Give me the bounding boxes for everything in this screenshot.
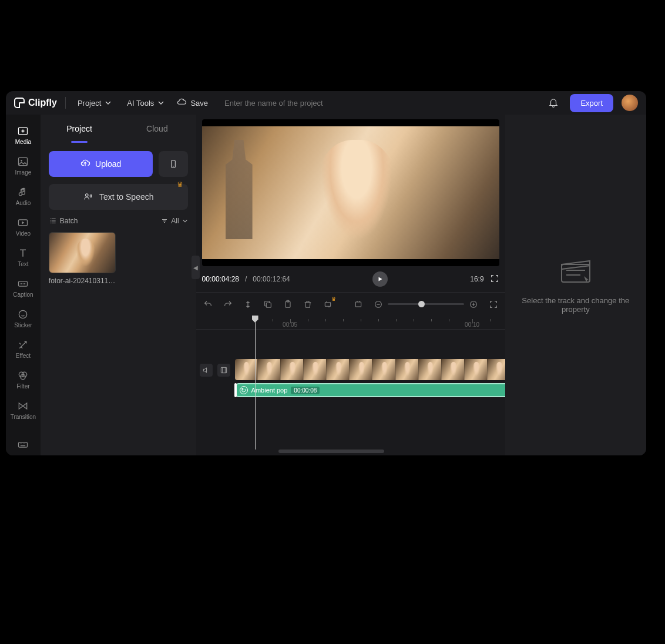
effect-icon [17, 339, 29, 351]
current-time: 00:00:04:28 [202, 275, 239, 283]
fit-button[interactable] [489, 300, 498, 309]
copy-button[interactable] [263, 300, 273, 309]
nav-sticker[interactable]: Sticker [6, 304, 41, 333]
undo-button[interactable] [203, 300, 213, 309]
save-button[interactable]: Save [176, 98, 208, 108]
cloud-icon [176, 98, 187, 108]
zoom-slider[interactable] [374, 300, 478, 309]
audio-clip-time: 00:00:08 [291, 387, 320, 394]
keyboard-icon [17, 439, 29, 451]
tab-cloud[interactable]: Cloud [118, 115, 196, 143]
nav-media[interactable]: Media [6, 120, 41, 150]
svg-point-11 [173, 166, 173, 166]
media-grid: fotor-ai-2024103114... [49, 232, 188, 285]
paste-icon [283, 300, 293, 309]
svg-point-2 [21, 160, 23, 162]
plus-circle-icon [469, 300, 478, 309]
filter-icon [17, 370, 29, 381]
tts-icon [83, 192, 93, 202]
play-button[interactable] [372, 271, 388, 287]
playhead[interactable] [255, 316, 256, 450]
marker-button[interactable] [354, 300, 363, 309]
video-clip[interactable] [235, 359, 505, 380]
speaker-icon [202, 366, 210, 374]
hide-track-button[interactable] [217, 364, 230, 377]
nav-effect[interactable]: Effect [6, 334, 41, 364]
svg-rect-4 [19, 281, 28, 286]
video-preview[interactable] [202, 119, 499, 266]
chevron-down-icon [105, 99, 112, 106]
crop-button[interactable]: ♛ [323, 300, 332, 309]
time-separator: / [245, 275, 247, 283]
upload-button[interactable]: Upload [49, 151, 153, 177]
sticker-icon [17, 308, 29, 320]
nav-text[interactable]: Text [6, 243, 41, 272]
tab-project[interactable]: Project [41, 115, 118, 143]
media-item[interactable]: fotor-ai-2024103114... [49, 232, 116, 285]
zoom-thumb[interactable] [418, 301, 425, 307]
fullscreen-button[interactable] [490, 274, 499, 285]
caption-icon [17, 278, 29, 290]
svg-rect-17 [355, 302, 361, 307]
timeline[interactable]: 00:05 00:10 [196, 316, 505, 455]
timeline-ruler[interactable]: 00:05 00:10 [196, 316, 505, 330]
phone-icon [169, 159, 178, 169]
timeline-toolbar: ♛ [196, 292, 505, 316]
properties-panel: Select the track and change the property [505, 115, 646, 455]
svg-rect-13 [266, 303, 271, 307]
app-window: Clipfly Project AI Tools Save Export [6, 91, 646, 455]
brand-logo[interactable]: Clipfly [14, 98, 57, 108]
svg-rect-20 [221, 367, 226, 373]
collapse-panel-button[interactable]: ◀ [192, 256, 200, 279]
zoom-track[interactable] [388, 303, 464, 305]
timeline-scrollbar[interactable] [278, 450, 384, 453]
project-name-field[interactable] [224, 98, 377, 108]
topbar: Clipfly Project AI Tools Save Export [6, 91, 646, 115]
nav-video[interactable]: Video [6, 212, 41, 242]
nav-transition[interactable]: Transition [6, 395, 41, 425]
nav-caption[interactable]: Caption [6, 273, 41, 303]
ai-tools-menu[interactable]: AI Tools [123, 96, 168, 110]
nav-audio[interactable]: Audio [6, 182, 41, 211]
aspect-ratio[interactable]: 16:9 [470, 275, 483, 283]
total-time: 00:00:12:64 [253, 275, 290, 283]
mobile-upload-button[interactable] [159, 151, 188, 177]
project-name-input[interactable] [224, 99, 377, 108]
play-icon [377, 276, 384, 283]
fullscreen-icon [490, 274, 499, 283]
chevron-down-icon [182, 218, 188, 224]
audio-clip[interactable]: ↻ Ambient pop 00:00:08 [235, 383, 505, 397]
zoom-out-button[interactable] [374, 300, 383, 309]
bell-icon [548, 98, 559, 108]
notifications-button[interactable] [545, 95, 562, 111]
redo-button[interactable] [223, 300, 233, 309]
mute-track-button[interactable] [200, 364, 213, 377]
zoom-in-button[interactable] [469, 300, 478, 309]
delete-button[interactable] [303, 300, 313, 309]
premium-icon: ♛ [177, 180, 183, 189]
chevron-down-icon [157, 99, 164, 106]
media-panel: Project Cloud Upload Text to Speech ♛ [41, 115, 196, 455]
nav-keyboard[interactable] [6, 434, 41, 455]
minus-circle-icon [374, 300, 383, 309]
user-avatar[interactable] [622, 95, 638, 111]
refresh-icon: ↻ [240, 386, 248, 394]
export-button[interactable]: Export [570, 94, 613, 112]
playback-controls: 00:00:04:28 / 00:00:12:64 16:9 [196, 266, 505, 292]
paste-button[interactable] [283, 300, 293, 309]
svg-point-12 [85, 194, 88, 197]
nav-filter[interactable]: Filter [6, 365, 41, 394]
nav-image[interactable]: Image [6, 151, 41, 180]
split-button[interactable] [243, 300, 253, 309]
text-to-speech-button[interactable]: Text to Speech ♛ [49, 184, 188, 210]
properties-hint: Select the track and change the property [517, 296, 634, 314]
clapperboard-icon [558, 256, 593, 286]
media-icon [17, 125, 29, 137]
image-icon [17, 156, 29, 167]
all-filter[interactable]: All [161, 217, 187, 225]
batch-toggle[interactable]: Batch [49, 217, 78, 225]
undo-icon [203, 300, 213, 309]
project-menu[interactable]: Project [74, 96, 115, 110]
split-icon [243, 300, 253, 309]
media-thumbnail [49, 232, 116, 273]
